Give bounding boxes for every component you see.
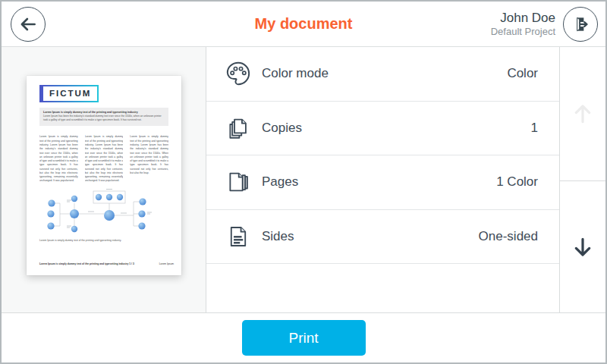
scroll-up-button[interactable] xyxy=(560,47,605,181)
document-preview-page: FICTUM Lorem Ipsum is simply dummy text … xyxy=(27,76,181,275)
setting-label: Color mode xyxy=(262,66,496,81)
arrow-down-icon xyxy=(571,235,595,259)
back-arrow-icon xyxy=(18,14,38,34)
header-user-area: John Doe Default Project xyxy=(491,7,598,42)
document-preview-panel: FICTUM Lorem Ipsum is simply dummy text … xyxy=(2,47,206,312)
scroll-down-button[interactable] xyxy=(560,181,605,312)
back-button[interactable] xyxy=(11,7,46,42)
color-mode-icon xyxy=(225,61,251,86)
copies-icon xyxy=(225,115,251,141)
pages-icon xyxy=(225,169,251,195)
logout-icon xyxy=(571,14,590,34)
header-bar: My document John Doe Default Project xyxy=(2,2,605,47)
setting-label: Pages xyxy=(262,174,486,190)
doc-footer-left: Lorem Ipsum is simply dummy text of the … xyxy=(39,262,134,265)
print-settings-list: Color mode Color Copies 1 xyxy=(206,47,559,312)
setting-label: Copies xyxy=(262,121,521,136)
setting-value: One-sided xyxy=(479,229,538,244)
user-name: John Doe xyxy=(491,10,555,26)
doc-column: Lorem Ipsum is simply dummy text of the … xyxy=(39,135,78,184)
doc-column: Lorem Ipsum is simply dummy text of the … xyxy=(130,135,168,184)
doc-diagram xyxy=(39,188,168,237)
user-project: Default Project xyxy=(491,26,555,38)
setting-row-copies[interactable]: Copies 1 xyxy=(206,102,559,156)
scroll-column xyxy=(559,47,605,312)
fictum-logo: FICTUM xyxy=(39,85,99,102)
setting-row-pages[interactable]: Pages 1 Color xyxy=(206,155,559,210)
setting-value: 1 xyxy=(531,121,538,136)
doc-column: Lorem Ipsum is simply dummy text of the … xyxy=(85,135,124,184)
setting-row-color-mode[interactable]: Color mode Color xyxy=(206,47,559,102)
setting-label: Sides xyxy=(262,229,468,244)
doc-footer: Lorem Ipsum is simply dummy text of the … xyxy=(39,262,174,265)
setting-row-sides[interactable]: Sides One-sided xyxy=(206,210,559,265)
logout-button[interactable] xyxy=(563,7,598,42)
doc-abstract-body: Lorem Ipsum has been the industry's stan… xyxy=(43,115,165,122)
doc-abstract-block: Lorem Ipsum is simply dummy text of the … xyxy=(39,108,168,126)
main-content: FICTUM Lorem Ipsum is simply dummy text … xyxy=(2,47,605,312)
doc-caption: Lorem Ipsum is simply dummy text of the … xyxy=(39,239,168,242)
printer-app-screen: My document John Doe Default Project xyxy=(0,0,607,364)
sides-icon xyxy=(225,224,251,249)
footer-bar: Print xyxy=(2,312,605,362)
print-button[interactable]: Print xyxy=(242,320,366,356)
setting-value: Color xyxy=(507,66,538,81)
setting-value: 1 Color xyxy=(496,174,538,190)
doc-footer-right: Lorem Ipsum xyxy=(159,262,174,265)
arrow-up-icon xyxy=(571,102,595,126)
doc-text-columns: Lorem Ipsum is simply dummy text of the … xyxy=(39,135,168,184)
user-block: John Doe Default Project xyxy=(491,10,555,39)
